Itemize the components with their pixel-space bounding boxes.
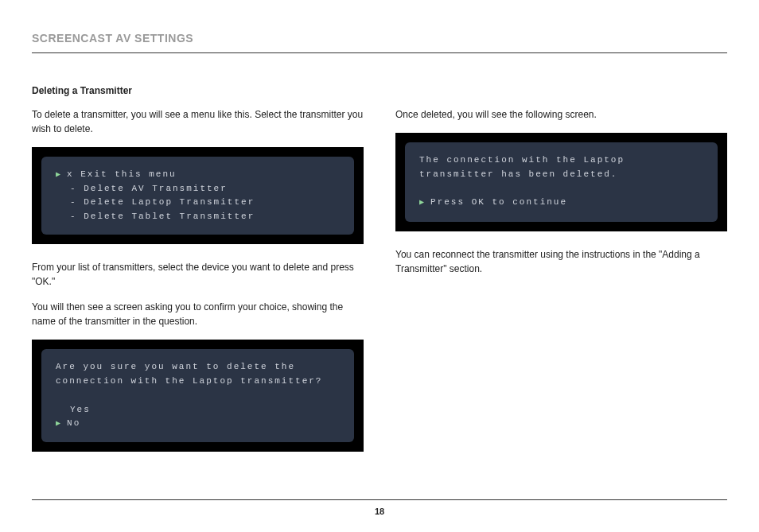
- intro-paragraph-3: You will then see a screen asking you to…: [32, 300, 364, 328]
- menu-item-av: - Delete AV Transmitter: [70, 182, 228, 196]
- menu-item-laptop: - Delete Laptop Transmitter: [70, 196, 255, 210]
- right-column: Once deleted, you will see the following…: [395, 85, 727, 468]
- page-header-title: SCREENCAST AV SETTINGS: [32, 32, 727, 45]
- menu-item-exit: x Exit this menu: [67, 168, 177, 182]
- confirm-option-no: No: [67, 417, 80, 431]
- confirm-option-yes: Yes: [70, 403, 91, 417]
- page-number: 18: [32, 507, 727, 516]
- intro-paragraph-2: From your list of transmitters, select t…: [32, 260, 364, 289]
- osd-screenshot-menu: ▶ x Exit this menu - Delete AV Transmitt…: [32, 147, 364, 244]
- menu-item-tablet: - Delete Tablet Transmitter: [70, 210, 255, 224]
- right-paragraph-1: Once deleted, you will see the following…: [395, 107, 727, 122]
- menu-cursor-icon: ▶: [56, 171, 62, 179]
- intro-paragraph-1: To delete a transmitter, you will see a …: [32, 107, 364, 136]
- confirm-text-line2: connection with the Laptop transmitter?: [56, 375, 340, 389]
- continue-cursor-icon: ▶: [419, 199, 426, 207]
- header-divider: [32, 52, 727, 53]
- left-column: Deleting a Transmitter To delete a trans…: [32, 85, 364, 468]
- deleted-text-line1: The connection with the Laptop: [419, 153, 703, 168]
- footer-divider: [32, 499, 727, 500]
- deleted-text-line2: transmitter has been deleted.: [419, 168, 703, 182]
- osd-screenshot-confirm: Are you sure you want to delete the conn…: [32, 340, 364, 451]
- right-paragraph-2: You can reconnect the transmitter using …: [395, 247, 727, 276]
- osd-screenshot-deleted: The connection with the Laptop transmitt…: [395, 133, 727, 231]
- section-heading: Deleting a Transmitter: [32, 85, 364, 96]
- confirm-cursor-icon: ▶: [56, 420, 62, 428]
- continue-prompt: Press OK to continue: [430, 196, 567, 210]
- confirm-text-line1: Are you sure you want to delete the: [56, 360, 340, 375]
